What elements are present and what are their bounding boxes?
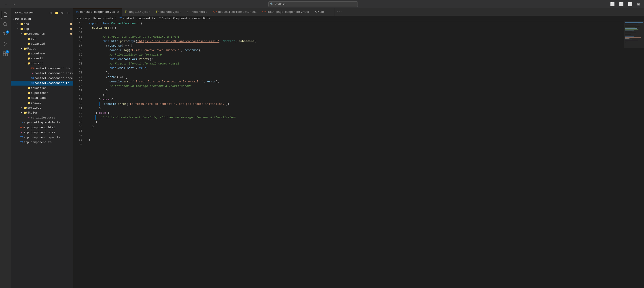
minimap-slider [624,21,644,48]
tree-label-components: Components [27,32,45,36]
breadcrumb-sep-1: › [83,17,84,20]
search-input[interactable] [268,1,358,7]
activity-item-debug[interactable] [1,39,10,48]
tree-item-app-component-html[interactable]: › </> app.component.html [11,125,73,130]
tree-item-src[interactable]: ▾ 📁 src [11,22,73,27]
tree-item-experience[interactable]: › 📁 experience [11,90,73,95]
tree-item-app-component-scss[interactable]: › ◈ app.component.scss [11,130,73,135]
tree-item-app-component-ts[interactable]: › TS app.component.ts [11,140,73,145]
tree-arrow-src: ▾ [16,23,20,25]
breadcrumb-class: ContactComponent [162,17,188,20]
activity-item-extensions[interactable]: 6 [1,49,10,58]
new-folder-button[interactable]: 📁 [54,10,59,15]
layout-button-4[interactable]: ⊞ [636,1,641,7]
tree-item-contact-ts[interactable]: › TS contact.component.ts [11,81,73,86]
breadcrumb-sep-6: › [188,17,190,20]
tab-label-redirects: _redirects [190,10,207,14]
code-line-76: // Afficher un message d'erreur à l'util… [88,84,624,88]
tree-label-services: Services [27,106,41,109]
code-line-79: } else { [88,97,624,102]
folder-icon-pdf: 📁 [27,37,31,41]
tree-item-styles[interactable]: ▾ 📁 Styles [11,110,73,115]
tree-label-styles: Styles [27,111,38,114]
activity-bar: 4 6 [0,8,11,288]
breadcrumb-filename: contact.component.ts [123,17,155,20]
tree-label-education: education [31,86,46,90]
tab-close-contact-ts[interactable]: × [117,11,119,14]
tree-label-skills: skills [31,101,41,105]
layout-button-2[interactable]: ⬜ [618,1,625,7]
tree-item-services[interactable]: › 📁 Services [11,105,73,110]
breadcrumb: src › app › Pages › contact › TS contact… [73,16,644,21]
tree-item-contact-scss[interactable]: › ◈ contact.component.scss [11,71,73,76]
tab-package-json[interactable]: {} package.json [153,8,184,16]
tree-label-polaroid: polaroid [31,42,45,46]
minimap [624,21,644,288]
tab-redirects[interactable]: ≡ _redirects [184,8,210,16]
tree-item-accueil[interactable]: › 📁 accueil [11,56,73,61]
tree-item-contact-html[interactable]: › </> contact.component.html [11,66,73,71]
tab-more-button[interactable]: ··· [335,8,345,16]
folder-icon-app: 📁 [20,27,24,31]
tab-accueil-html[interactable]: </> accueil.component.html [210,8,260,16]
layout-button-1[interactable]: ⬜ [609,1,616,7]
new-file-button[interactable]: ⊞ [48,10,53,15]
tree-item-variables-scss[interactable]: › ◈ variables.scss [11,115,73,120]
code-content[interactable]: export class ContactComponent { submitFo… [85,21,624,288]
activity-item-files[interactable] [1,10,10,19]
tree-arrow-styles: ▾ [20,111,23,114]
activity-item-git[interactable]: 4 [1,30,10,39]
tab-label-contact-ts: contact.component.ts [80,10,115,14]
code-line-87 [88,133,624,138]
tree-item-app-component-spec[interactable]: › TS app.component.spec.ts [11,135,73,140]
tree-item-education[interactable]: › 📁 education [11,86,73,90]
tab-ab[interactable]: </> ab [312,8,335,16]
breadcrumb-sep-5: › [156,17,158,20]
code-line-64 [88,30,624,35]
tree-arrow-accueil: › [23,57,27,60]
tree-item-contact-folder[interactable]: ▾ 📁 contact [11,61,73,66]
tab-contact-ts[interactable]: TS contact.component.ts × [73,8,122,16]
collapse-button[interactable]: ⊟ [66,10,71,15]
refresh-button[interactable]: ↺ [60,10,65,15]
titlebar: ← → 🔍 ⬜ ⬜ ⬜ ⊞ [0,0,644,8]
tree-item-portfolio[interactable]: ▾ PORTFOLIO [11,17,73,22]
tree-item-polaroid[interactable]: › 📁 polaroid [11,41,73,46]
titlebar-actions: ⬜ ⬜ ⬜ ⊞ [609,1,641,7]
tree-item-pdf[interactable]: › 📁 pdf [11,36,73,41]
tree-item-skills[interactable]: › 📁 skills [11,100,73,105]
breadcrumb-ts-icon: TS [120,17,122,20]
git-badge: 4 [6,31,9,34]
back-button[interactable]: ← [3,1,9,7]
dot-components [70,33,72,35]
tab-angular-json[interactable]: {} angular.json [122,8,153,16]
ts-icon-contact: TS [30,82,34,84]
code-line-82: } else { [88,111,624,115]
tab-main-page-html[interactable]: </> main-page.component.html [260,8,312,16]
html-icon-tab-accueil: </> [213,11,217,13]
breadcrumb-method: submitForm [194,17,210,20]
tree-item-app-routing[interactable]: › TS app-routing.module.ts [11,120,73,125]
tree-item-app[interactable]: ▾ 📁 app [11,27,73,31]
breadcrumb-sep-4: › [117,17,118,20]
html-icon-contact: </> [30,67,34,70]
tree-item-about-me[interactable]: › 📁 about-me [11,51,73,56]
sidebar-header-actions: ⊞ 📁 ↺ ⊟ [48,10,71,15]
ts-icon-app-routing: TS [20,121,24,124]
tree-arrow-app: ▾ [16,28,20,30]
forward-button[interactable]: → [11,1,17,7]
tree-arrow-pdf: › [23,38,27,40]
layout-button-3[interactable]: ⬜ [627,1,634,7]
code-line-85: } [88,124,624,129]
tree-item-contact-spec[interactable]: › TS contact.component.spec.ts [11,76,73,81]
activity-item-search[interactable] [1,20,10,29]
tree-label-contact-ts: contact.component.ts [34,82,69,85]
tab-label-ab: ab [320,10,324,14]
code-line-88: } [88,138,624,142]
tree-arrow-polaroid: › [23,43,27,45]
tree-item-main-page[interactable]: › 📁 main-page [11,95,73,100]
line-numbers: 13 49 64 65 66 67 68 69 70 71 72 73 74 7… [73,21,85,288]
tree-item-components[interactable]: ▾ 📁 Components [11,31,73,36]
breadcrumb-method-icon: ⊙ [191,17,192,20]
tree-item-pages[interactable]: ▾ 📁 Pages [11,46,73,51]
